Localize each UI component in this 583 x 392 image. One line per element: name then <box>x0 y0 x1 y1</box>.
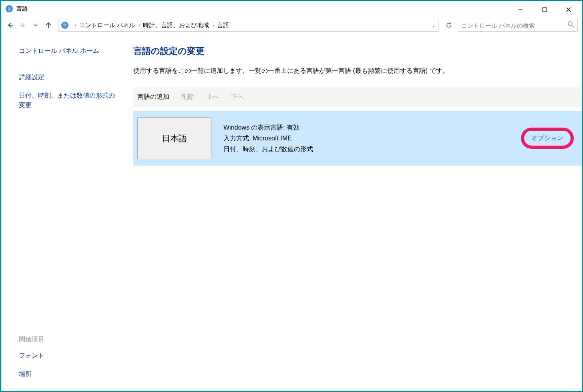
search-icon[interactable] <box>568 21 574 29</box>
arrow-right-icon <box>19 22 26 29</box>
navbar: 字 › コントロール パネル › 時計、言語、および地域 › 言語 ⌄ <box>1 16 582 34</box>
svg-point-11 <box>568 22 572 26</box>
breadcrumb-icon: 字 <box>61 21 69 29</box>
chevron-right-icon: › <box>138 22 140 28</box>
forward-button[interactable] <box>18 20 28 30</box>
add-language-button[interactable]: 言語の追加 <box>137 93 169 101</box>
arrow-up-icon <box>45 22 52 29</box>
up-button[interactable] <box>44 20 53 30</box>
chevron-down-icon <box>33 23 38 28</box>
sidebar-link-advanced[interactable]: 詳細設定 <box>19 72 119 82</box>
window-title: 言語 <box>16 5 28 12</box>
language-details: Windows の表示言語: 有効 入力方式: Microsoft IME 日付… <box>223 122 521 155</box>
back-button[interactable] <box>5 20 15 30</box>
breadcrumb-item[interactable]: コントロール パネル <box>79 22 135 29</box>
page-title: 言語の設定の変更 <box>133 45 582 57</box>
breadcrumb[interactable]: 字 › コントロール パネル › 時計、言語、および地域 › 言語 ⌄ <box>58 19 438 32</box>
sidebar-link-formats[interactable]: 日付、時刻、または数値の形式の変更 <box>19 91 119 110</box>
related-heading: 関連項目 <box>19 335 119 344</box>
maximize-button[interactable] <box>533 2 557 17</box>
breadcrumb-item[interactable]: 言語 <box>217 22 229 29</box>
content-area: 言語の設定の変更 使用する言語をこの一覧に追加します。一覧の一番上にある言語が第… <box>119 34 582 391</box>
move-down-button[interactable]: 下へ <box>231 93 244 101</box>
search-box[interactable] <box>458 19 578 32</box>
chevron-right-icon: › <box>74 22 76 28</box>
move-up-button[interactable]: 上へ <box>206 93 219 101</box>
options-link[interactable]: オプション <box>531 134 563 141</box>
format-info: 日付、時刻、および数値の形式 <box>223 144 521 154</box>
page-description: 使用する言語をこの一覧に追加します。一覧の一番上にある言語が第一言語 (最も頻繁… <box>133 67 582 75</box>
language-item[interactable]: 日本語 Windows の表示言語: 有効 入力方式: Microsoft IM… <box>133 111 582 166</box>
titlebar: 字 言語 <box>1 1 582 16</box>
maximize-icon <box>542 7 547 12</box>
language-toolbar: 言語の追加 削除 上へ 下へ <box>133 87 582 107</box>
svg-rect-3 <box>543 8 547 12</box>
highlight-annotation: オプション <box>521 128 574 149</box>
app-icon: 字 <box>5 5 13 13</box>
close-button[interactable] <box>557 2 581 17</box>
recent-dropdown[interactable] <box>31 20 40 30</box>
minimize-icon <box>518 7 523 12</box>
breadcrumb-item[interactable]: 時計、言語、および地域 <box>143 22 209 29</box>
refresh-icon <box>446 22 452 28</box>
main-content: コントロール パネル ホーム 詳細設定 日付、時刻、または数値の形式の変更 関連… <box>1 34 582 391</box>
language-name-box: 日本語 <box>137 117 211 159</box>
remove-language-button[interactable]: 削除 <box>181 93 194 101</box>
display-language-status: Windows の表示言語: 有効 <box>223 122 521 133</box>
search-input[interactable] <box>461 22 568 29</box>
minimize-button[interactable] <box>509 2 533 17</box>
language-name: 日本語 <box>162 133 187 144</box>
chevron-down-icon[interactable]: ⌄ <box>432 22 436 28</box>
close-icon <box>566 7 571 12</box>
chevron-right-icon: › <box>212 22 214 28</box>
svg-line-12 <box>572 25 574 27</box>
sidebar-link-fonts[interactable]: フォント <box>19 351 119 360</box>
sidebar: コントロール パネル ホーム 詳細設定 日付、時刻、または数値の形式の変更 関連… <box>1 34 119 391</box>
sidebar-link-home[interactable]: コントロール パネル ホーム <box>19 46 119 56</box>
refresh-button[interactable] <box>443 20 454 31</box>
arrow-left-icon <box>6 22 14 29</box>
sidebar-link-location[interactable]: 場所 <box>19 369 119 379</box>
svg-text:字: 字 <box>63 23 67 28</box>
input-method: 入力方式: Microsoft IME <box>223 133 521 144</box>
